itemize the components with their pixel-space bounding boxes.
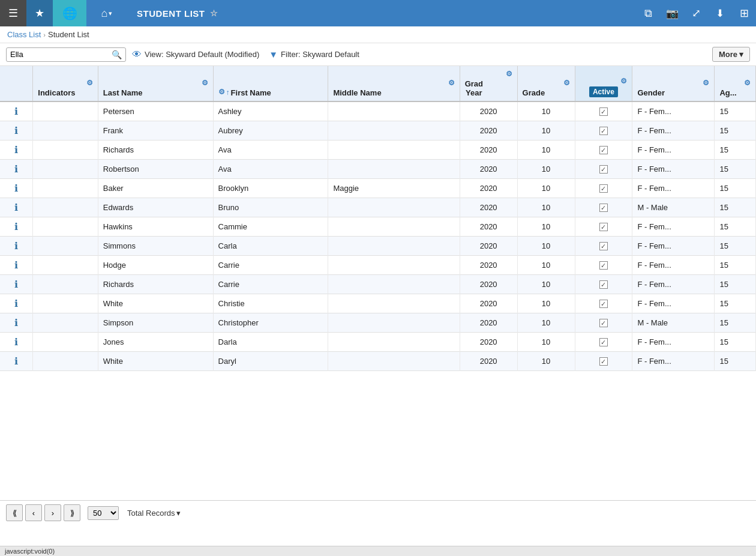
sort-up-icon[interactable]: ↑ bbox=[226, 88, 230, 97]
nav-star-icon[interactable]: ☆ bbox=[210, 8, 218, 18]
active-checkbox[interactable]: ✓ bbox=[599, 127, 608, 135]
last-name-cell: Baker bbox=[98, 179, 213, 198]
chevron-down-icon: ▾ bbox=[109, 10, 112, 17]
gear-icon-gender[interactable]: ⚙ bbox=[703, 79, 709, 87]
info-icon[interactable]: ℹ bbox=[14, 279, 18, 289]
gear-icon-middle-name[interactable]: ⚙ bbox=[448, 79, 455, 87]
pagination: ⟪ ‹ › ⟫ 50 25 100 Total Records ▾ bbox=[0, 500, 756, 525]
info-icon[interactable]: ℹ bbox=[14, 164, 18, 174]
indicators-cell bbox=[33, 313, 98, 333]
nav-title-text: STUDENT LIST bbox=[137, 8, 205, 19]
last-name-cell: Jones bbox=[98, 333, 213, 352]
info-icon[interactable]: ℹ bbox=[14, 356, 18, 366]
first-name-cell: Ava bbox=[213, 160, 328, 179]
gender-cell: F - Fem... bbox=[632, 275, 715, 294]
active-checkbox[interactable]: ✓ bbox=[599, 357, 608, 366]
home-button[interactable]: ⌂ ▾ bbox=[86, 0, 127, 26]
active-checkbox[interactable]: ✓ bbox=[599, 223, 608, 231]
view-label: View: Skyward Default (Modified) bbox=[145, 50, 259, 59]
more-button[interactable]: More ▾ bbox=[712, 47, 750, 62]
first-name-cell: Ava bbox=[213, 141, 328, 160]
col-header-active: ⚙ Active bbox=[575, 66, 632, 101]
active-checkbox[interactable]: ✓ bbox=[599, 319, 608, 327]
first-name-cell: Bruno bbox=[213, 198, 328, 217]
gear-icon-age[interactable]: ⚙ bbox=[744, 79, 751, 87]
gender-cell: F - Fem... bbox=[632, 101, 715, 121]
age-cell: 15 bbox=[715, 217, 756, 237]
breadcrumb-class-list[interactable]: Class List bbox=[7, 30, 41, 39]
first-name-cell: Christie bbox=[213, 294, 328, 313]
expand-button[interactable]: ⤢ bbox=[684, 0, 708, 26]
gear-icon-grade[interactable]: ⚙ bbox=[563, 79, 570, 87]
active-checkbox[interactable]: ✓ bbox=[599, 242, 608, 250]
active-checkbox[interactable]: ✓ bbox=[599, 184, 608, 193]
search-input[interactable] bbox=[10, 50, 112, 59]
middle-name-cell bbox=[328, 256, 460, 275]
gear-icon-grad-year[interactable]: ⚙ bbox=[506, 70, 512, 78]
grad-year-cell: 2020 bbox=[460, 256, 517, 275]
last-name-cell: Frank bbox=[98, 121, 213, 141]
info-icon[interactable]: ℹ bbox=[14, 298, 18, 309]
active-cell: ✓ bbox=[575, 275, 632, 294]
prev-page-button[interactable]: ‹ bbox=[25, 504, 42, 521]
col-header-middle-name: ⚙ Middle Name bbox=[328, 66, 460, 101]
col-header-gender: ⚙ Gender bbox=[632, 66, 715, 101]
active-checkbox[interactable]: ✓ bbox=[599, 107, 608, 116]
age-cell: 15 bbox=[715, 313, 756, 333]
active-checkbox[interactable]: ✓ bbox=[599, 280, 608, 289]
total-records-button[interactable]: Total Records ▾ bbox=[127, 509, 181, 518]
next-page-button[interactable]: › bbox=[44, 504, 61, 521]
table-row: ℹ White Christie 2020 10 ✓ F - Fem... 15 bbox=[0, 294, 756, 313]
last-name-cell: Simpson bbox=[98, 313, 213, 333]
first-name-cell: Aubrey bbox=[213, 121, 328, 141]
col-label-middle-name: Middle Name bbox=[333, 88, 381, 97]
info-icon[interactable]: ℹ bbox=[14, 241, 18, 251]
active-checkbox[interactable]: ✓ bbox=[599, 146, 608, 154]
info-icon[interactable]: ℹ bbox=[14, 337, 18, 347]
last-page-button[interactable]: ⟫ bbox=[64, 504, 80, 521]
filter-button[interactable]: ▼ Filter: Skyward Default bbox=[269, 49, 359, 59]
gear-icon-last-name[interactable]: ⚙ bbox=[202, 79, 208, 87]
gender-cell: F - Fem... bbox=[632, 160, 715, 179]
middle-name-cell bbox=[328, 217, 460, 237]
table-row: ℹ Hodge Carrie 2020 10 ✓ F - Fem... 15 bbox=[0, 256, 756, 275]
breadcrumb: Class List › Student List bbox=[0, 26, 756, 43]
gender-cell: F - Fem... bbox=[632, 256, 715, 275]
active-checkbox[interactable]: ✓ bbox=[599, 261, 608, 270]
middle-name-cell bbox=[328, 160, 460, 179]
active-checkbox[interactable]: ✓ bbox=[599, 165, 608, 174]
camera-button[interactable]: 📷 bbox=[660, 0, 684, 26]
globe-button[interactable]: 🌐 bbox=[53, 0, 86, 26]
active-checkbox[interactable]: ✓ bbox=[599, 300, 608, 308]
info-cell: ℹ bbox=[0, 141, 33, 160]
info-icon[interactable]: ℹ bbox=[14, 183, 18, 193]
info-icon[interactable]: ℹ bbox=[14, 145, 18, 155]
view-button[interactable]: 👁 View: Skyward Default (Modified) bbox=[132, 49, 259, 60]
view-filter-group: 👁 View: Skyward Default (Modified) ▼ Fil… bbox=[132, 49, 706, 60]
download-button[interactable]: ⬇ bbox=[708, 0, 732, 26]
search-icon[interactable]: 🔍 bbox=[112, 50, 122, 59]
first-page-button[interactable]: ⟪ bbox=[6, 504, 23, 521]
hamburger-menu[interactable]: ☰ bbox=[0, 0, 26, 26]
table-row: ℹ Petersen Ashley 2020 10 ✓ F - Fem... 1… bbox=[0, 101, 756, 121]
info-cell: ℹ bbox=[0, 179, 33, 198]
info-icon[interactable]: ℹ bbox=[14, 318, 18, 328]
info-icon[interactable]: ℹ bbox=[14, 202, 18, 213]
active-checkbox[interactable]: ✓ bbox=[599, 338, 608, 346]
gear-icon-indicators[interactable]: ⚙ bbox=[86, 79, 93, 87]
grad-year-cell: 2020 bbox=[460, 121, 517, 141]
info-icon[interactable]: ℹ bbox=[14, 260, 18, 270]
grad-year-cell: 2020 bbox=[460, 313, 517, 333]
copy-button[interactable]: ⧉ bbox=[636, 0, 660, 26]
per-page-select[interactable]: 50 25 100 bbox=[88, 506, 119, 520]
info-icon[interactable]: ℹ bbox=[14, 125, 18, 136]
info-icon[interactable]: ℹ bbox=[14, 222, 18, 232]
gear-icon-first-name[interactable]: ⚙ bbox=[218, 88, 225, 96]
grid-button[interactable]: ⊞ bbox=[732, 0, 756, 26]
favorites-button[interactable]: ★ bbox=[26, 0, 53, 26]
info-icon[interactable]: ℹ bbox=[14, 106, 18, 116]
last-name-cell: White bbox=[98, 352, 213, 371]
active-checkbox[interactable]: ✓ bbox=[599, 204, 608, 212]
gear-icon-active[interactable]: ⚙ bbox=[620, 77, 627, 85]
nav-actions: ⧉ 📷 ⤢ ⬇ ⊞ bbox=[636, 0, 756, 26]
